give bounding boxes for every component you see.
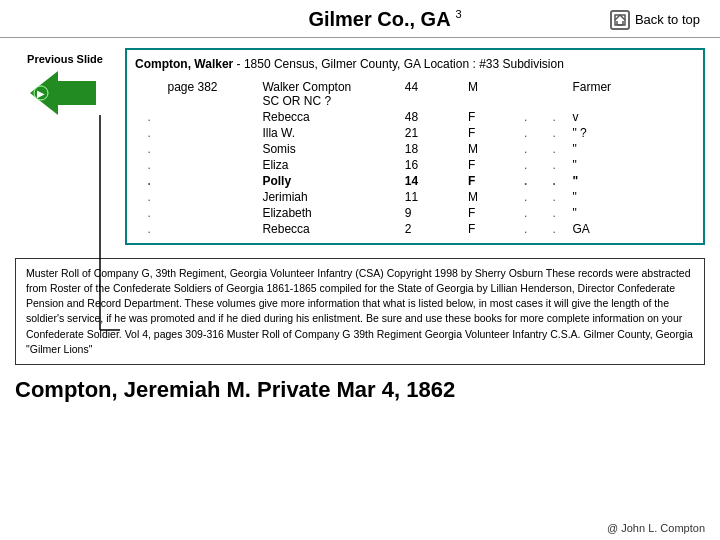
sex-col: F: [464, 205, 511, 221]
page-col: page 382: [163, 79, 258, 109]
age-col: 9: [401, 205, 464, 221]
page-col: [163, 173, 258, 189]
page-col: [163, 141, 258, 157]
name-col: Illa W.: [258, 125, 400, 141]
census-header-detail: - 1850 Census, Gilmer County, GA Locatio…: [233, 57, 564, 71]
age-col: 16: [401, 157, 464, 173]
dot2-col: .: [511, 173, 539, 189]
age-col: 14: [401, 173, 464, 189]
dot2-col: [511, 79, 539, 109]
table-row: .Illa W.21F.." ?: [135, 125, 695, 141]
age-col: 11: [401, 189, 464, 205]
right-panel: Compton, Walker - 1850 Census, Gilmer Co…: [125, 48, 705, 245]
dot2-col: .: [511, 221, 539, 237]
occ-col: ": [568, 189, 695, 205]
page-col: [163, 157, 258, 173]
dot3-col: .: [540, 125, 568, 141]
table-row: .Somis18M..": [135, 141, 695, 157]
name-col: Rebecca: [258, 109, 400, 125]
table-row: page 382Walker Compton SC OR NC ?44MFarm…: [135, 79, 695, 109]
dot3-col: [540, 79, 568, 109]
name-col: Eliza: [258, 157, 400, 173]
sex-col: F: [464, 157, 511, 173]
dot2-col: .: [511, 189, 539, 205]
dot3-col: .: [540, 141, 568, 157]
page-title: Gilmer Co., GA 3: [160, 8, 610, 31]
dot3-col: .: [540, 205, 568, 221]
age-col: 18: [401, 141, 464, 157]
page-col: [163, 189, 258, 205]
connector-lines: [10, 115, 120, 345]
age-col: 21: [401, 125, 464, 141]
dot-col: .: [135, 173, 163, 189]
occ-col: ": [568, 157, 695, 173]
back-to-top-button[interactable]: Back to top: [610, 10, 700, 30]
name-col: Walker Compton SC OR NC ?: [258, 79, 400, 109]
page-col: [163, 221, 258, 237]
previous-slide-button[interactable]: ▶: [30, 71, 100, 115]
age-col: 48: [401, 109, 464, 125]
occ-col: v: [568, 109, 695, 125]
home-icon: [613, 13, 627, 27]
dot2-col: .: [511, 141, 539, 157]
svg-text:▶: ▶: [37, 88, 45, 99]
page-header: Gilmer Co., GA 3 Back to top: [0, 0, 720, 38]
census-table: page 382Walker Compton SC OR NC ?44MFarm…: [135, 79, 695, 237]
page-col: [163, 205, 258, 221]
census-header: Compton, Walker - 1850 Census, Gilmer Co…: [135, 56, 695, 73]
sex-col: M: [464, 189, 511, 205]
title-sup: 3: [455, 8, 461, 20]
name-col: Polly: [258, 173, 400, 189]
occ-col: " ?: [568, 125, 695, 141]
census-box: Compton, Walker - 1850 Census, Gilmer Co…: [125, 48, 705, 245]
main-content: Previous Slide ▶: [0, 38, 720, 250]
occ-col: ": [568, 173, 695, 189]
dot-col: .: [135, 141, 163, 157]
dot-col: .: [135, 125, 163, 141]
prev-slide-label: Previous Slide: [27, 53, 103, 65]
occ-col: ": [568, 141, 695, 157]
name-col: Elizabeth: [258, 205, 400, 221]
occ-col: ": [568, 205, 695, 221]
dot-col: .: [135, 189, 163, 205]
sex-col: F: [464, 109, 511, 125]
title-text: Gilmer Co., GA: [308, 8, 450, 30]
back-to-top-label: Back to top: [635, 12, 700, 27]
census-person-name: Compton, Walker: [135, 57, 233, 71]
dot2-col: .: [511, 109, 539, 125]
table-row: .Rebecca48F..v: [135, 109, 695, 125]
name-col: Jerimiah: [258, 189, 400, 205]
dot-col: .: [135, 109, 163, 125]
name-col: Somis: [258, 141, 400, 157]
name-col: Rebecca: [258, 221, 400, 237]
sex-col: M: [464, 141, 511, 157]
dot3-col: .: [540, 157, 568, 173]
arrow-shape: ▶: [30, 71, 100, 115]
sex-col: F: [464, 173, 511, 189]
dot2-col: .: [511, 157, 539, 173]
sex-col: F: [464, 221, 511, 237]
table-row: .Elizabeth9F..": [135, 205, 695, 221]
left-panel: Previous Slide ▶: [15, 48, 115, 245]
page-col: [163, 109, 258, 125]
page-col: [163, 125, 258, 141]
dot2-col: .: [511, 205, 539, 221]
large-name: Compton, Jeremiah M. Private Mar 4, 1862: [0, 373, 720, 405]
table-row: .Jerimiah11M..": [135, 189, 695, 205]
dot3-col: .: [540, 221, 568, 237]
dot-col: .: [135, 221, 163, 237]
svg-rect-7: [58, 81, 96, 105]
sex-col: F: [464, 125, 511, 141]
age-col: 2: [401, 221, 464, 237]
occ-col: Farmer: [568, 79, 695, 109]
dot3-col: .: [540, 109, 568, 125]
sex-col: M: [464, 79, 511, 109]
dot3-col: .: [540, 189, 568, 205]
dot3-col: .: [540, 173, 568, 189]
dot-col: [135, 79, 163, 109]
dot-col: .: [135, 205, 163, 221]
occ-col: GA: [568, 221, 695, 237]
back-to-top-icon: [610, 10, 630, 30]
table-row: .Polly14F..": [135, 173, 695, 189]
age-col: 44: [401, 79, 464, 109]
